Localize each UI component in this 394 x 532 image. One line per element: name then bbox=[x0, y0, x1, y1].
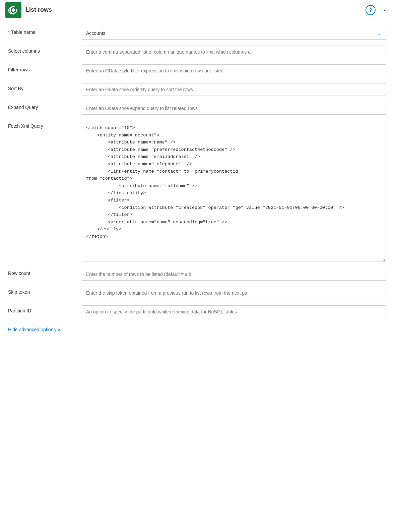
fetch-xml-input[interactable] bbox=[82, 121, 386, 261]
table-name-field: Accounts ⌄ bbox=[82, 27, 386, 40]
skip-token-label: Skip token bbox=[8, 287, 82, 295]
form-container: *Table name Accounts ⌄ Select columns Fi… bbox=[0, 20, 394, 339]
page-title: List rows bbox=[25, 6, 52, 13]
header: List rows ? ··· bbox=[0, 0, 394, 20]
fetch-xml-field bbox=[82, 121, 386, 262]
more-options-button[interactable]: ··· bbox=[381, 6, 389, 14]
hide-advanced-button[interactable]: Hide advanced options ∧ bbox=[8, 324, 386, 332]
select-columns-label: Select columns bbox=[8, 46, 82, 54]
required-star: * bbox=[8, 29, 10, 35]
table-name-label: *Table name bbox=[8, 27, 82, 35]
table-name-select-wrapper[interactable]: Accounts ⌄ bbox=[82, 27, 386, 40]
select-columns-input[interactable] bbox=[82, 46, 386, 58]
help-button[interactable]: ? bbox=[366, 5, 376, 15]
sort-by-row: Sort By bbox=[8, 83, 386, 97]
sort-by-field bbox=[82, 83, 386, 96]
filter-rows-field bbox=[82, 64, 386, 77]
filter-rows-label: Filter rows bbox=[8, 64, 82, 72]
row-count-field bbox=[82, 268, 386, 281]
app-logo bbox=[5, 2, 21, 18]
row-count-row: Row count bbox=[8, 268, 386, 281]
table-name-select[interactable]: Accounts bbox=[82, 27, 386, 40]
filter-rows-row: Filter rows bbox=[8, 64, 386, 78]
sort-by-input[interactable] bbox=[82, 83, 386, 96]
expand-query-field bbox=[82, 102, 386, 115]
partition-id-row: Partition ID bbox=[8, 305, 386, 319]
header-right: ? ··· bbox=[366, 5, 389, 15]
chevron-up-icon: ∧ bbox=[58, 327, 61, 332]
svg-point-1 bbox=[12, 8, 15, 12]
expand-query-input[interactable] bbox=[82, 102, 386, 115]
row-count-label: Row count bbox=[8, 268, 82, 276]
select-columns-row: Select columns bbox=[8, 46, 386, 59]
partition-id-field bbox=[82, 305, 386, 318]
fetch-xml-label: Fetch Xml Query bbox=[8, 121, 82, 129]
expand-query-row: Expand Query bbox=[8, 102, 386, 115]
header-left: List rows bbox=[5, 2, 52, 18]
filter-rows-input[interactable] bbox=[82, 64, 386, 77]
hide-advanced-label: Hide advanced options bbox=[8, 327, 56, 332]
fetch-xml-row: Fetch Xml Query bbox=[8, 121, 386, 262]
partition-id-input[interactable] bbox=[82, 305, 386, 318]
table-name-row: *Table name Accounts ⌄ bbox=[8, 27, 386, 40]
skip-token-row: Skip token bbox=[8, 287, 386, 300]
skip-token-input[interactable] bbox=[82, 287, 386, 299]
row-count-input[interactable] bbox=[82, 268, 386, 281]
partition-id-label: Partition ID bbox=[8, 305, 82, 313]
skip-token-field bbox=[82, 287, 386, 299]
expand-query-label: Expand Query bbox=[8, 102, 82, 110]
select-columns-field bbox=[82, 46, 386, 58]
sort-by-label: Sort By bbox=[8, 83, 82, 91]
